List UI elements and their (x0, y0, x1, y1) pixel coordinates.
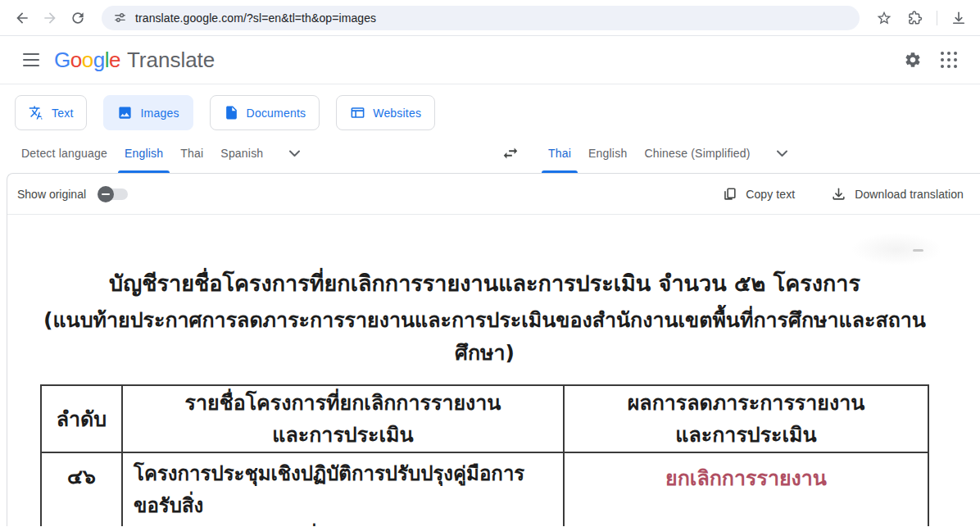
tab-label: Text (52, 107, 73, 120)
apps-grid-icon (941, 52, 957, 68)
extensions-icon (907, 10, 923, 26)
tab-label: Images (140, 107, 179, 120)
target-lang-chinese[interactable]: Chinese (Simplified) (642, 134, 751, 173)
translate-icon (29, 105, 44, 120)
extensions-button[interactable] (902, 4, 928, 32)
header-cell-no: ลำดับ (42, 386, 123, 452)
toggle-thumb-minus-icon (98, 186, 114, 202)
refresh-icon (70, 10, 86, 26)
website-icon (350, 105, 365, 120)
app-header: Google Translate (0, 36, 980, 84)
toolbar-divider (937, 11, 937, 25)
main-menu-button[interactable] (15, 43, 48, 76)
result-toolbar: Show original Copy text Download transla… (7, 174, 980, 215)
document-content: บัญชีรายชื่อโครงการที่ยกเลิกการรายงานและ… (40, 215, 929, 526)
google-apps-button[interactable] (931, 42, 967, 78)
hamburger-icon (23, 53, 39, 55)
cell-result: ยกเลิกการรายงาน (565, 453, 928, 526)
tab-text[interactable]: Text (15, 95, 87, 130)
copy-text-button[interactable]: Copy text (722, 186, 795, 202)
product-name: Translate (127, 48, 215, 73)
settings-button[interactable] (895, 42, 931, 78)
chevron-down-icon (776, 149, 788, 157)
swap-languages-button[interactable] (494, 137, 527, 170)
back-button[interactable] (8, 4, 36, 32)
image-icon (117, 105, 133, 120)
downloads-button[interactable] (946, 4, 972, 32)
document-table: ลำดับ รายชื่อโครงการที่ยกเลิกการรายงาน แ… (40, 384, 929, 526)
tab-documents[interactable]: Documents (210, 95, 320, 130)
show-original-toggle[interactable] (98, 186, 128, 202)
mode-tabs: Text Images Documents Websites (0, 84, 980, 134)
refresh-button[interactable] (64, 4, 92, 32)
source-lang-thai[interactable]: Thai (179, 134, 205, 173)
table-header-row: ลำดับ รายชื่อโครงการที่ยกเลิกการรายงาน แ… (42, 386, 928, 453)
source-lang-detect[interactable]: Detect language (20, 134, 109, 173)
forward-icon (42, 10, 58, 26)
document-title-line2: (แนบท้ายประกาศการลดภาระการรายงานและการปร… (40, 304, 929, 370)
bookmark-button[interactable] (871, 4, 897, 32)
document-title-line1: บัญชีรายชื่อโครงการที่ยกเลิกการรายงานและ… (40, 267, 929, 300)
swap-arrows-icon (501, 144, 519, 162)
header-cell-result: ผลการลดภาระการรายงาน และการประเมิน (565, 386, 928, 452)
header-cell-project: รายชื่อโครงการที่ยกเลิกการรายงาน และการป… (123, 386, 565, 452)
chevron-down-icon (288, 149, 301, 157)
cell-project-name: โครงการประชุมเชิงปฏิบัติการปรับปรุงคู่มื… (123, 453, 565, 526)
url-text: translate.google.com/?sl=en&tl=th&op=ima… (135, 11, 376, 25)
download-translation-button[interactable]: Download translation (831, 186, 964, 202)
show-original-label: Show original (17, 188, 86, 201)
site-settings-icon[interactable] (113, 11, 127, 25)
more-target-languages-button[interactable] (776, 134, 788, 173)
target-lang-thai[interactable]: Thai (547, 134, 573, 173)
download-icon (951, 10, 967, 26)
source-lang-english[interactable]: English (123, 134, 165, 173)
download-translation-label: Download translation (855, 188, 964, 201)
download-icon (831, 186, 846, 202)
target-language-group: Thai English Chinese (Simplified) (490, 134, 980, 173)
app-logo[interactable]: Google Translate (54, 48, 215, 73)
source-language-group: Detect language English Thai Spanish (0, 134, 490, 173)
more-source-languages-button[interactable] (288, 134, 301, 173)
browser-toolbar: translate.google.com/?sl=en&tl=th&op=ima… (0, 0, 980, 36)
address-bar[interactable]: translate.google.com/?sl=en&tl=th&op=ima… (102, 6, 860, 30)
google-logo: Google (54, 48, 120, 73)
gear-icon (904, 51, 922, 69)
source-lang-spanish[interactable]: Spanish (219, 134, 265, 173)
document-icon (224, 105, 239, 120)
translation-result-card: Show original Copy text Download transla… (7, 173, 980, 526)
tab-label: Documents (247, 107, 306, 120)
cell-row-number: ๔๖ (42, 453, 123, 526)
tab-label: Websites (373, 107, 421, 120)
table-row: ๔๖ โครงการประชุมเชิงปฏิบัติการปรับปรุงคู… (42, 453, 928, 526)
tab-websites[interactable]: Websites (336, 95, 435, 130)
bookmark-icon (876, 10, 892, 26)
translated-image[interactable]: บัญชีรายชื่อโครงการที่ยกเลิกการรายงานและ… (7, 215, 980, 526)
back-icon (14, 10, 30, 26)
copy-icon (722, 186, 737, 202)
tab-images[interactable]: Images (103, 95, 193, 130)
copy-text-label: Copy text (746, 188, 795, 201)
forward-button[interactable] (36, 4, 64, 32)
target-lang-english[interactable]: English (587, 134, 628, 173)
language-bar: Detect language English Thai Spanish Tha… (0, 134, 980, 173)
